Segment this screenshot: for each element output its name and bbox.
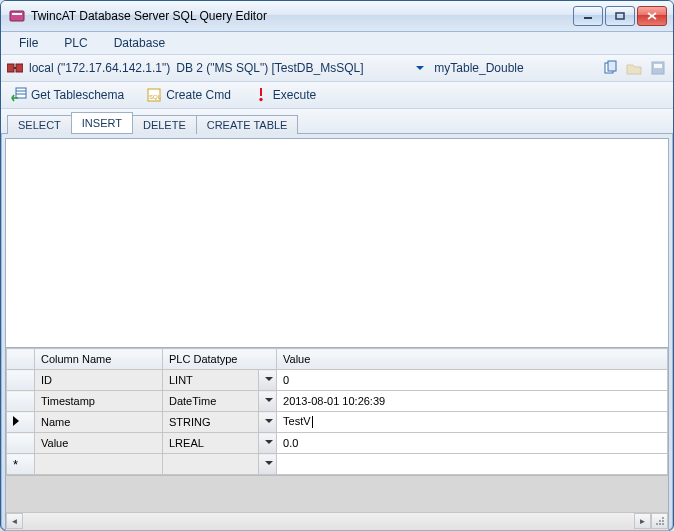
svg-text:SQL: SQL (149, 94, 162, 100)
cell-column-name[interactable]: Timestamp (35, 391, 163, 412)
svg-rect-6 (7, 64, 14, 72)
menubar: File PLC Database (1, 32, 673, 55)
cell-value[interactable]: 0.0 (277, 433, 668, 454)
table-name-field[interactable]: myTable_Double (434, 61, 544, 75)
cell-plc-datatype[interactable]: STRING (163, 412, 259, 433)
cell-column-name[interactable]: Value (35, 433, 163, 454)
svg-point-21 (662, 520, 664, 522)
tab-insert[interactable]: INSERT (71, 112, 133, 133)
svg-rect-7 (16, 64, 23, 72)
save-button (649, 59, 667, 77)
cell-column-name-new[interactable] (35, 454, 163, 475)
svg-point-24 (662, 523, 664, 525)
svg-rect-1 (12, 13, 22, 15)
chevron-down-icon (265, 419, 273, 427)
chevron-down-icon (265, 398, 273, 406)
datatype-dropdown-button[interactable] (259, 370, 277, 391)
create-cmd-button[interactable]: SQL Create Cmd (142, 85, 235, 105)
tab-delete[interactable]: DELETE (132, 115, 197, 134)
sql-editor-area[interactable] (6, 139, 668, 347)
resize-grip[interactable] (651, 513, 668, 529)
tab-select[interactable]: SELECT (7, 115, 72, 134)
close-button[interactable] (637, 6, 667, 26)
chevron-down-icon (265, 377, 273, 385)
get-tableschema-button[interactable]: Get Tableschema (7, 85, 128, 105)
svg-rect-0 (10, 11, 24, 21)
create-cmd-icon: SQL (146, 87, 162, 103)
cell-column-name[interactable]: Name (35, 412, 163, 433)
menu-plc[interactable]: PLC (60, 34, 91, 52)
datatype-dropdown-button[interactable] (259, 412, 277, 433)
svg-point-19 (662, 517, 664, 519)
chevron-down-icon (265, 440, 273, 448)
svg-rect-13 (16, 88, 26, 98)
grid-row: Value LREAL 0.0 (7, 433, 668, 454)
cell-plc-datatype[interactable]: LREAL (163, 433, 259, 454)
grid-row: ID LINT 0 (7, 370, 668, 391)
scroll-right-button[interactable]: ► (634, 513, 651, 529)
execute-icon (253, 87, 269, 103)
horizontal-scrollbar[interactable]: ◄ ► (6, 512, 668, 530)
execute-label: Execute (273, 88, 316, 102)
tableschema-icon (11, 87, 27, 103)
cell-column-name[interactable]: ID (35, 370, 163, 391)
database-dropdown[interactable]: DB 2 ("MS SQL") [TestDB_MsSQL] (176, 58, 428, 78)
cell-value-text: TestV (283, 415, 311, 427)
get-tableschema-label: Get Tableschema (31, 88, 124, 102)
cell-plc-datatype[interactable]: DateTime (163, 391, 259, 412)
datatype-dropdown-button[interactable] (259, 454, 277, 475)
cell-value[interactable]: 2013-08-01 10:26:39 (277, 391, 668, 412)
menu-database[interactable]: Database (110, 34, 169, 52)
svg-point-20 (659, 520, 661, 522)
col-header-plc-datatype[interactable]: PLC Datatype (163, 349, 277, 370)
grid-empty-area (6, 475, 668, 512)
connection-icon (7, 62, 23, 74)
svg-point-18 (259, 98, 262, 101)
open-button (625, 59, 643, 77)
svg-rect-3 (616, 13, 624, 19)
content-panel: Column Name PLC Datatype Value ID LINT 0 (5, 138, 669, 531)
grid-corner (7, 349, 35, 370)
app-icon (9, 8, 25, 24)
titlebar: TwincAT Database Server SQL Query Editor (1, 1, 673, 32)
window-title: TwincAT Database Server SQL Query Editor (31, 9, 573, 23)
create-cmd-label: Create Cmd (166, 88, 231, 102)
cell-value[interactable]: 0 (277, 370, 668, 391)
text-cursor (312, 416, 313, 428)
scroll-left-button[interactable]: ◄ (6, 513, 23, 529)
svg-rect-10 (608, 61, 616, 71)
col-header-column-name[interactable]: Column Name (35, 349, 163, 370)
cell-plc-datatype-new[interactable] (163, 454, 259, 475)
cell-plc-datatype[interactable]: LINT (163, 370, 259, 391)
grid-new-row: * (7, 454, 668, 475)
chevron-down-icon (265, 461, 273, 469)
window-controls (573, 6, 667, 26)
cell-value-new[interactable] (277, 454, 668, 475)
row-header[interactable] (7, 391, 35, 412)
datatype-dropdown-button[interactable] (259, 391, 277, 412)
row-header[interactable] (7, 433, 35, 454)
svg-rect-12 (654, 64, 662, 68)
connection-toolbar: local ("172.17.64.142.1.1") DB 2 ("MS SQ… (1, 55, 673, 82)
datatype-dropdown-button[interactable] (259, 433, 277, 454)
actions-toolbar: Get Tableschema SQL Create Cmd Execute (1, 82, 673, 109)
tab-create-table[interactable]: CREATE TABLE (196, 115, 299, 134)
menu-file[interactable]: File (15, 34, 42, 52)
window-frame: TwincAT Database Server SQL Query Editor… (0, 0, 674, 531)
row-header-current[interactable] (7, 412, 35, 433)
cell-value-editing[interactable]: TestV (277, 412, 668, 433)
copy-button[interactable] (601, 59, 619, 77)
current-row-indicator-icon (13, 416, 19, 426)
svg-point-23 (659, 523, 661, 525)
maximize-button[interactable] (605, 6, 635, 26)
svg-point-22 (656, 523, 658, 525)
minimize-button[interactable] (573, 6, 603, 26)
execute-button[interactable]: Execute (249, 85, 320, 105)
grid-row: Name STRING TestV (7, 412, 668, 433)
parameters-grid: Column Name PLC Datatype Value ID LINT 0 (6, 347, 668, 530)
connection-label[interactable]: local ("172.17.64.142.1.1") (29, 61, 170, 75)
new-row-icon: * (13, 457, 18, 472)
col-header-value[interactable]: Value (277, 349, 668, 370)
row-header-new[interactable]: * (7, 454, 35, 475)
row-header[interactable] (7, 370, 35, 391)
